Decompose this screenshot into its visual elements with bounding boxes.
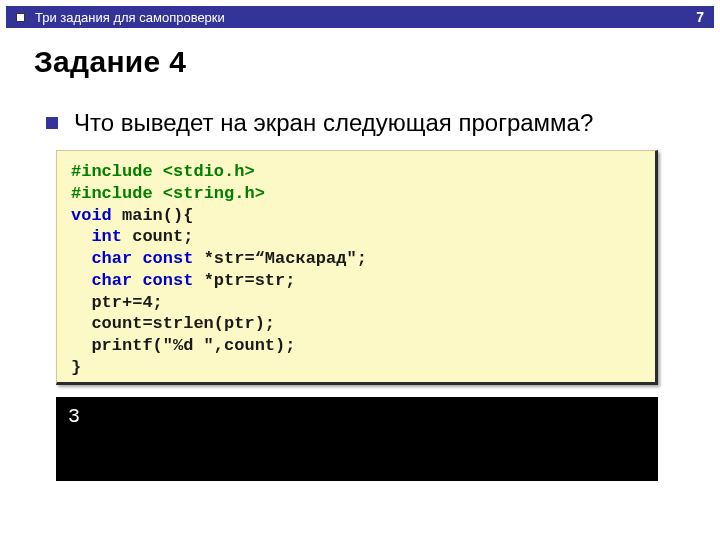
- code-token: *ptr=str;: [204, 271, 296, 290]
- code-token: #include: [71, 162, 163, 181]
- bullet-square-icon: [46, 117, 58, 129]
- code-token: printf("%d ",count);: [71, 336, 295, 355]
- code-token: count;: [122, 227, 193, 246]
- code-token: main(){: [112, 206, 194, 225]
- code-token: count=strlen(ptr);: [71, 314, 275, 333]
- code-token: char const: [71, 271, 204, 290]
- slide-header: Три задания для самопроверки 7: [6, 6, 714, 28]
- code-token: int: [71, 227, 122, 246]
- code-block: #include <stdio.h> #include <string.h> v…: [56, 150, 658, 385]
- breadcrumb: Три задания для самопроверки: [16, 10, 225, 25]
- question-text: Что выведет на экран следующая программа…: [74, 108, 593, 138]
- code-token: ptr+=4;: [71, 293, 163, 312]
- program-output: 3: [56, 397, 658, 481]
- page-number: 7: [696, 9, 704, 25]
- output-text: 3: [68, 405, 80, 428]
- code-token: <string.h>: [163, 184, 265, 203]
- slide-title: Задание 4: [34, 45, 186, 79]
- code-token: char const: [71, 249, 204, 268]
- code-token: void: [71, 206, 112, 225]
- code-token: <stdio.h>: [163, 162, 255, 181]
- question-row: Что выведет на экран следующая программа…: [46, 108, 700, 138]
- header-bullet-icon: [16, 13, 25, 22]
- code-token: }: [71, 358, 81, 377]
- breadcrumb-text: Три задания для самопроверки: [35, 10, 225, 25]
- code-token: #include: [71, 184, 163, 203]
- slide: Три задания для самопроверки 7 Задание 4…: [0, 0, 720, 540]
- code-token: *str=“Маскарад";: [204, 249, 367, 268]
